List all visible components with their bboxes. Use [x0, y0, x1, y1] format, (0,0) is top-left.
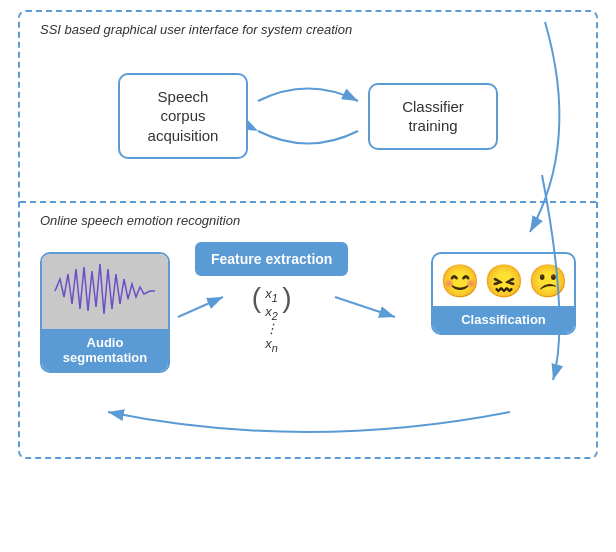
- happy-emoji: 😊: [440, 262, 480, 300]
- audio-item: Audio segmentation: [40, 252, 170, 373]
- waveform-svg: [50, 259, 160, 324]
- classification-box: 😊 😖 😕 Classification: [431, 252, 576, 335]
- feature-item: Feature extraction ( x1 x2 ⋮ xn ): [195, 242, 348, 356]
- circular-arrows-svg: [248, 71, 368, 161]
- feature-box: Feature extraction: [195, 242, 348, 276]
- classification-item: 😊 😖 😕 Classification: [431, 252, 576, 335]
- bottom-title: Online speech emotion recognition: [40, 213, 576, 228]
- top-title: SSI based graphical user interface for s…: [40, 22, 576, 37]
- speech-corpus-box: Speech corpus acquisition: [118, 73, 248, 160]
- class-label: Classification: [433, 306, 574, 333]
- top-section: SSI based graphical user interface for s…: [20, 12, 596, 203]
- classifier-training-box: Classifier training: [368, 83, 498, 150]
- angry-emoji: 😖: [484, 262, 524, 300]
- main-diagram: SSI based graphical user interface for s…: [18, 10, 598, 459]
- neutral-emoji: 😕: [528, 262, 568, 300]
- feature-matrix-display: ( x1 x2 ⋮ xn ): [195, 284, 348, 356]
- emojis-row: 😊 😖 😕: [433, 254, 574, 306]
- audio-label: Audio segmentation: [42, 329, 168, 371]
- audio-box: Audio segmentation: [40, 252, 170, 373]
- circular-arrows: [248, 76, 368, 156]
- bottom-section: Online speech emotion recognition: [20, 203, 596, 457]
- feature-matrix-values: x1 x2 ⋮ xn: [261, 284, 282, 356]
- audio-waveform: [42, 254, 168, 329]
- top-flow: Speech corpus acquisition: [40, 51, 576, 181]
